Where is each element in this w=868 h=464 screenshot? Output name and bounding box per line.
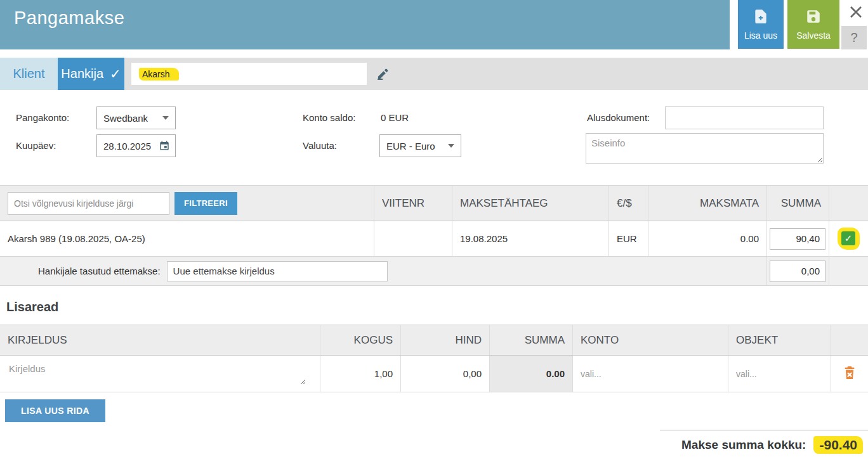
- date-value: 28.10.2025: [103, 141, 151, 151]
- col-currency: €/$: [609, 186, 648, 221]
- tab-klient-label: Klient: [13, 67, 44, 81]
- debt-row: Akarsh 989 (19.08.2025, OA-25) 19.08.202…: [0, 221, 868, 257]
- trash-icon: [843, 365, 857, 382]
- extra-account-select[interactable]: vali...: [573, 356, 728, 392]
- debts-search-cell: FILTREERI: [0, 186, 374, 221]
- prepayment-empty-cell: [829, 257, 868, 285]
- floppy-save-icon: [805, 8, 822, 27]
- currency-select[interactable]: EUR - Euro: [379, 134, 461, 157]
- chevron-down-icon: [162, 116, 169, 120]
- extra-price[interactable]: 0,00: [401, 356, 490, 392]
- check-icon: ✓: [110, 67, 121, 82]
- tab-klient[interactable]: Klient: [0, 58, 58, 90]
- calendar-icon: [159, 140, 170, 151]
- edit-pencil-icon[interactable]: [376, 67, 390, 81]
- debt-summa-input[interactable]: [770, 228, 825, 250]
- pangamakse-dialog: Pangamakse Lisa uus Salvesta ?: [0, 0, 868, 464]
- bank-account-select[interactable]: Swedbank: [96, 106, 176, 129]
- highlight-marker: ✓: [838, 228, 860, 250]
- object-vali-link[interactable]: vali...: [736, 369, 757, 379]
- check-icon: ✓: [845, 233, 853, 244]
- balance-value: 0 EUR: [381, 106, 409, 129]
- extra-object-select[interactable]: vali...: [728, 356, 831, 392]
- debt-currency: EUR: [609, 221, 648, 256]
- tab-hankija[interactable]: Hankija ✓: [58, 58, 124, 90]
- col-summa: SUMMA: [767, 186, 829, 221]
- debt-viitenr: [374, 221, 452, 256]
- close-button[interactable]: [845, 3, 867, 24]
- add-new-button[interactable]: Lisa uus: [738, 0, 784, 49]
- currency-value: EUR - Euro: [386, 141, 435, 151]
- party-tabbar: Klient Hankija ✓ Akarsh: [0, 58, 868, 90]
- header-bar: Pangamakse: [0, 0, 730, 49]
- extra-rows-table: KIRJELDUS KOGUS HIND SUMMA KONTO OBJEKT …: [0, 325, 868, 392]
- payment-total: Makse summa kokku: -90.40: [681, 436, 863, 454]
- supplier-name-value: Akarsh: [139, 68, 179, 81]
- source-document-label: Alusdokument:: [587, 106, 650, 129]
- total-divider: [660, 430, 868, 430]
- tab-hankija-label: Hankija: [61, 67, 103, 81]
- extra-row: 1,00 0,00 0.00 vali... vali...: [0, 356, 868, 392]
- debt-search-input[interactable]: [8, 192, 169, 215]
- page-title: Pangamakse: [14, 8, 124, 29]
- extra-summa: 0.00: [490, 356, 573, 392]
- prepayment-row: Hankijale tasutud ettemakse:: [0, 257, 868, 286]
- debt-due-date: 19.08.2025: [452, 221, 609, 256]
- source-document-input[interactable]: [665, 106, 824, 129]
- col-objekt: OBJEKT: [728, 325, 831, 355]
- debts-table: FILTREERI VIITENR MAKSETÄHTAEG €/$ MAKSM…: [0, 185, 868, 286]
- internal-info-textarea[interactable]: [586, 133, 824, 164]
- balance-label: Konto saldo:: [303, 106, 355, 129]
- chevron-down-icon: [448, 144, 454, 148]
- file-plus-icon: [753, 8, 769, 27]
- prepayment-summa-input[interactable]: [770, 261, 825, 282]
- bank-account-label: Pangakonto:: [16, 106, 69, 129]
- save-label: Salvesta: [796, 30, 831, 41]
- total-label: Makse summa kokku:: [681, 438, 806, 452]
- add-row-button[interactable]: LISA UUS RIDA: [5, 399, 105, 422]
- total-value: -90.40: [813, 436, 863, 454]
- debt-unpaid: 0.00: [648, 221, 767, 256]
- help-button[interactable]: ?: [841, 26, 867, 49]
- col-maksetahtaeg: MAKSETÄHTAEG: [452, 186, 609, 221]
- prepayment-summa-cell: [767, 257, 829, 285]
- extra-quantity[interactable]: 1,00: [320, 356, 401, 392]
- currency-label: Valuuta:: [303, 134, 337, 157]
- debt-checkbox[interactable]: ✓: [841, 231, 855, 245]
- add-new-label: Lisa uus: [744, 30, 777, 41]
- col-summa2: SUMMA: [490, 325, 573, 355]
- save-button[interactable]: Salvesta: [787, 0, 839, 49]
- debt-select-cell: ✓: [829, 221, 868, 256]
- col-kirjeldus: KIRJELDUS: [0, 325, 320, 355]
- prepayment-description-input[interactable]: [167, 261, 388, 281]
- extra-table-header: KIRJELDUS KOGUS HIND SUMMA KONTO OBJEKT: [0, 325, 868, 356]
- debts-table-header: FILTREERI VIITENR MAKSETÄHTAEG €/$ MAKSM…: [0, 186, 868, 221]
- extra-description-cell: [0, 356, 320, 392]
- close-icon: [848, 4, 864, 22]
- col-kogus: KOGUS: [320, 325, 401, 355]
- prepayment-cell: Hankijale tasutud ettemakse:: [0, 257, 767, 285]
- account-vali-link[interactable]: vali...: [581, 369, 602, 379]
- col-maksmata: MAKSMATA: [648, 186, 767, 221]
- debt-description: Akarsh 989 (19.08.2025, OA-25): [0, 221, 374, 256]
- filter-button[interactable]: FILTREERI: [174, 192, 237, 215]
- col-actions: [831, 325, 868, 355]
- extra-rows-heading: Lisaread: [6, 300, 58, 314]
- help-icon: ?: [850, 30, 857, 45]
- date-label: Kuupäev:: [16, 134, 56, 157]
- prepayment-label: Hankijale tasutud ettemakse:: [38, 266, 161, 276]
- delete-row-button[interactable]: [831, 356, 868, 392]
- col-hind: HIND: [401, 325, 490, 355]
- debt-summa-cell: [767, 221, 829, 256]
- col-viitenr: VIITENR: [374, 186, 452, 221]
- date-input[interactable]: 28.10.2025: [96, 134, 176, 157]
- extra-description-textarea[interactable]: [8, 356, 306, 385]
- bank-account-value: Swedbank: [103, 113, 148, 124]
- col-konto: KONTO: [573, 325, 728, 355]
- supplier-name-input[interactable]: Akarsh: [131, 63, 367, 85]
- col-select: [829, 186, 868, 221]
